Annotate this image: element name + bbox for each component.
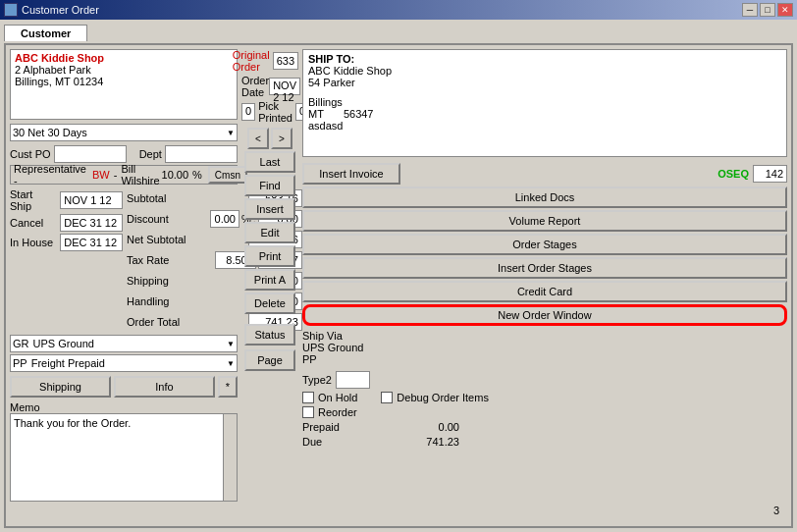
prepaid-row: Prepaid 0.00 [302,421,459,433]
next-button[interactable]: > [271,128,292,149]
ship-via-label: Ship Via [302,330,787,342]
start-ship-label: Start Ship [10,188,57,212]
ship-to-extra: asdasd [308,120,781,132]
page-number: 3 [294,505,779,516]
insert-invoice-button[interactable]: Insert Invoice [302,163,400,185]
orig-order-section: Original Order 633 Order Date NOV 2 12 0… [241,49,298,124]
rep-separator: - [114,169,118,181]
tab-row: Customer [4,24,793,40]
last-button[interactable]: Last [244,151,295,173]
cust-po-input[interactable] [54,145,127,163]
new-order-window-button[interactable]: New Order Window [302,304,787,326]
cancel-row: Cancel DEC 31 12 [10,214,123,232]
debug-order-items-checkbox[interactable] [381,392,393,403]
insert-order-stages-button[interactable]: Insert Order Stages [302,257,787,279]
on-hold-checkbox[interactable] [302,392,314,403]
cancel-value[interactable]: DEC 31 12 [60,214,123,232]
insert-button[interactable]: Insert [244,198,295,220]
discount-pct[interactable]: 0.00 [210,210,239,228]
status-button[interactable]: Status [244,324,295,346]
print-button[interactable]: Print [244,245,295,267]
type2-input[interactable] [336,371,370,389]
ship-via-section: Ship Via UPS Ground PP [302,330,787,365]
credit-card-button[interactable]: Credit Card [302,281,787,302]
terms-select[interactable]: 30 Net 30 Days ▼ [10,124,238,141]
prepaid-value: 0.00 [439,421,459,433]
rep-label: Representative - [14,163,86,186]
customer-address2: Billings, MT 01234 [15,76,233,87]
bottom-right: Type2 On Hold Debug Order Items Reorder … [302,371,787,448]
page-button[interactable]: Page [244,349,295,371]
handling-label: Handling [127,295,210,307]
maximize-button[interactable]: □ [760,3,775,17]
memo-text: Thank you for the Order. [11,414,237,432]
volume-report-button[interactable]: Volume Report [302,210,787,232]
tab-customer[interactable]: Customer [4,25,87,41]
type2-label: Type2 [302,374,332,386]
dept-input[interactable] [165,145,238,163]
oseq-display: OSEQ 142 [717,165,787,183]
on-hold-row: On Hold Debug Order Items [302,392,787,403]
order-date-label: Order Date [241,75,269,98]
start-ship-row: Start Ship NOV 1 12 [10,188,123,212]
pick-printed-row: 0 Pick Printed 0 [241,100,298,124]
in-house-label: In House [10,237,57,248]
ship-via-code: PP [302,353,787,365]
dept-label: Dept [139,148,162,160]
memo-label: Memo [10,401,238,413]
shipping-button[interactable]: Shipping [10,376,111,398]
ground-dropdown[interactable]: GR UPS Ground ▼ [10,335,238,352]
shipping-section: GR UPS Ground ▼ PP Freight Prepaid ▼ [10,335,238,372]
rep-pct: 10.00 [162,169,189,181]
type2-row: Type2 [302,371,787,389]
ship-to-title: SHIP TO: [308,53,781,65]
freight-label: Freight Prepaid [31,357,227,369]
main-content: ABC Kiddie Shop 2 Alphabet Park Billings… [4,43,793,528]
order-date-value[interactable]: NOV 2 12 [269,78,300,95]
customer-info-box: ABC Kiddie Shop 2 Alphabet Park Billings… [10,49,238,120]
terms-row: 30 Net 30 Days ▼ [10,124,238,141]
orig-order-label: Original Order [233,49,270,73]
due-row: Due 741.23 [302,436,459,448]
prev-button[interactable]: < [247,128,269,149]
on-hold-label: On Hold [318,392,357,403]
net-subtotal-label: Net Subtotal [127,234,210,245]
star-button[interactable]: * [218,376,238,398]
zero-value[interactable]: 0 [241,103,255,121]
order-stages-button[interactable]: Order Stages [302,234,787,255]
memo-scrollbar[interactable] [223,414,237,501]
app-icon [4,3,18,17]
edit-button[interactable]: Edit [244,222,295,243]
freight-arrow-icon: ▼ [227,359,235,368]
reorder-label: Reorder [318,406,357,418]
linked-docs-button[interactable]: Linked Docs [302,186,787,208]
start-ship-value[interactable]: NOV 1 12 [60,191,123,209]
info-button[interactable]: Info [114,376,215,398]
ship-to-state-zip-row: MT 56347 [308,108,781,120]
title-bar-controls[interactable]: ─ □ ✕ [742,3,793,17]
shipping-buttons-row: Shipping Info * [10,376,238,398]
in-house-value[interactable]: DEC 31 12 [60,234,123,251]
delete-button[interactable]: Delete [244,293,295,314]
tax-rate-label: Tax Rate [127,254,210,266]
freight-dropdown[interactable]: PP Freight Prepaid ▼ [10,354,238,372]
close-button[interactable]: ✕ [777,3,793,17]
oseq-value[interactable]: 142 [753,165,787,183]
reorder-checkbox[interactable] [302,406,314,418]
oseq-label: OSEQ [717,168,749,180]
oseq-btn-row: Insert Invoice OSEQ 142 [302,163,787,185]
dept-row: Cust PO Dept [10,145,238,163]
freight-code: PP [13,357,27,369]
find-button[interactable]: Find [244,175,295,196]
orig-order-value[interactable]: 633 [273,52,298,70]
print-a-button[interactable]: Print A [244,269,295,291]
orig-order-row: Original Order 633 [241,49,298,73]
minimize-button[interactable]: ─ [742,3,758,17]
memo-box[interactable]: Thank you for the Order. [10,413,238,502]
ground-code: GR [13,338,29,349]
customer-name: ABC Kiddie Shop [15,52,233,64]
ground-label: UPS Ground [33,338,228,349]
dates-section: Start Ship NOV 1 12 Cancel DEC 31 12 In … [10,188,238,331]
shipping-label: Shipping [127,275,210,287]
ship-to-zip: 56347 [344,108,374,120]
